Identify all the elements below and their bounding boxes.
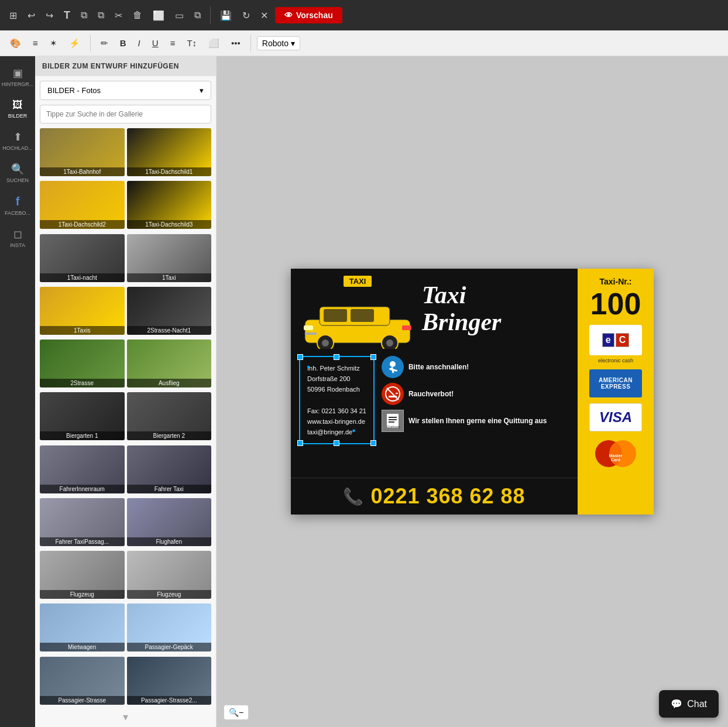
list-item[interactable]: FahrerInnenraum <box>40 445 125 493</box>
list-item[interactable]: 1Taxi-nacht <box>40 234 125 282</box>
list-item[interactable]: Ausflieg <box>127 340 212 387</box>
svg-rect-9 <box>402 325 411 330</box>
nosmoking-icon <box>382 383 404 405</box>
sidebar-item-hintergrund[interactable]: ▣ HINTERGR... <box>2 62 33 92</box>
chevron-down-icon: ▾ <box>291 39 295 48</box>
paste-button[interactable]: ⬜ <box>149 8 168 23</box>
list-item[interactable]: 1Taxi-Bahnhof <box>40 128 125 176</box>
qr-button[interactable]: ⊞ <box>6 8 20 23</box>
handle-br[interactable] <box>370 440 376 446</box>
crop-button[interactable]: ⧉ <box>77 8 91 23</box>
rules-column: Bitte anschnallen! <box>382 356 569 473</box>
list-item[interactable]: 2Strasse <box>40 340 125 387</box>
sidebar-item-suchen[interactable]: 🔍 SUCHEN <box>2 158 33 188</box>
flyer-right: Taxi-Nr.: 100 e C electronic cash AMERIC… <box>578 269 654 515</box>
handle-bl[interactable] <box>297 440 303 446</box>
list-item[interactable]: Biergarten 1 <box>40 392 125 440</box>
sidebar-item-bilder[interactable]: 🖼 BILDER <box>2 94 33 124</box>
more-btn[interactable]: ••• <box>227 36 245 50</box>
stroke-btn[interactable]: ✏ <box>97 36 112 51</box>
flyer: TAXI <box>291 269 654 515</box>
list-item[interactable]: Passagier-Strasse2... <box>127 657 212 705</box>
list-item[interactable]: Biergarten 2 <box>127 392 212 440</box>
company-name-line2: Bringer <box>422 308 501 335</box>
list-item[interactable]: Fahrer Taxi <box>127 445 212 493</box>
scroll-down-icon: ▾ <box>123 711 128 723</box>
list-item[interactable]: 1Taxi-Dachschild2 <box>40 181 125 229</box>
bold-btn[interactable]: B <box>116 36 131 50</box>
sidebar-label-facebook: FACEBO... <box>5 210 30 216</box>
sidebar-item-hochlad[interactable]: ⬆ HOCHLAD... <box>2 126 33 156</box>
list-item[interactable]: Mietwagen <box>40 603 125 651</box>
image-label: Passagier-Strasse <box>40 696 125 705</box>
transform-button[interactable]: ▭ <box>171 8 187 23</box>
handle-tl[interactable] <box>297 354 303 360</box>
font-selector[interactable]: Taxi Roboto ▾ <box>257 36 300 50</box>
list-item[interactable]: 2Strasse-Nacht1 <box>127 287 212 335</box>
italic-btn[interactable]: I <box>134 36 145 50</box>
align-btn[interactable]: ≡ <box>29 36 42 50</box>
panel-header: BILDER ZUM ENTWURF HINZUFÜGEN <box>35 56 216 76</box>
undo-button[interactable]: ↩ <box>24 8 39 23</box>
zoom-out-button[interactable]: 🔍− <box>224 705 249 720</box>
svg-rect-21 <box>389 421 394 423</box>
image-label: Flugzeug <box>127 590 212 599</box>
payment-ec: e C <box>589 325 642 355</box>
sidebar-item-facebook[interactable]: f FACEBO... <box>2 190 33 221</box>
textsize-btn[interactable]: T↕ <box>183 36 201 50</box>
color-btn[interactable]: 🎨 <box>6 36 25 51</box>
facebook-icon: f <box>16 195 20 208</box>
category-dropdown[interactable]: BILDER - Fotos ▾ <box>40 81 211 100</box>
contact-web: www.taxi-bringen.de <box>307 418 365 425</box>
preview-button[interactable]: 👁 Vorschau <box>275 7 342 23</box>
payment-amex: AMERICAN EXPRESS <box>589 369 642 397</box>
image-panel: BILDER ZUM ENTWURF HINZUFÜGEN BILDER - F… <box>35 56 217 727</box>
image-label: 1Taxi-nacht <box>40 273 125 282</box>
svg-point-11 <box>390 361 396 367</box>
text-button[interactable]: T <box>60 7 74 24</box>
list-item[interactable]: Passagier-Strasse <box>40 657 125 705</box>
close-button[interactable]: ✕ <box>257 8 272 23</box>
svg-rect-10 <box>305 332 317 335</box>
list-item[interactable]: Flugzeug <box>127 551 212 599</box>
list-item[interactable]: Passagier-Gepäck <box>127 603 212 651</box>
list-item[interactable]: 1Taxi-Dachschild3 <box>127 181 212 229</box>
svg-text:Quittung: Quittung <box>387 425 400 428</box>
textbox-btn[interactable]: ⬜ <box>204 36 224 51</box>
refresh-button[interactable]: ↻ <box>239 8 253 23</box>
sidebar-label-suchen: SUCHEN <box>6 177 29 183</box>
chat-icon: 💬 <box>671 698 682 709</box>
gallery-search[interactable] <box>40 105 211 124</box>
chat-label: Chat <box>687 699 707 709</box>
image-label: 1Taxi-Dachschild2 <box>40 220 125 229</box>
effects-btn[interactable]: ✶ <box>46 36 61 51</box>
list-item[interactable]: 1Taxi <box>127 234 212 282</box>
svg-rect-19 <box>389 417 397 418</box>
list-item[interactable]: Flugzeug <box>40 551 125 599</box>
flyer-info-section: Inh. Peter Schmitz Dorfstraße 200 50996 … <box>291 351 578 478</box>
underline-btn[interactable]: U <box>148 36 163 50</box>
image-label: Biergarten 1 <box>40 431 125 440</box>
copy-button[interactable]: ⧉ <box>94 8 108 23</box>
text-align-btn[interactable]: ≡ <box>166 36 180 50</box>
handle-tc[interactable] <box>334 354 339 360</box>
handle-tr[interactable] <box>370 354 376 360</box>
redo-button[interactable]: ↪ <box>42 8 57 23</box>
image-label: 1Taxi-Dachschild3 <box>127 220 212 229</box>
handle-bc[interactable] <box>334 440 339 446</box>
flash-btn[interactable]: ⚡ <box>65 36 84 51</box>
save-button[interactable]: 💾 <box>217 8 235 23</box>
delete-button[interactable]: 🗑 <box>129 8 146 23</box>
flyer-top-section: TAXI <box>291 269 578 351</box>
chat-button[interactable]: 💬 Chat <box>659 690 719 718</box>
list-item[interactable]: 1Taxi-Dachschild1 <box>127 128 212 176</box>
layers-button[interactable]: ⧉ <box>191 8 204 23</box>
cut-button[interactable]: ✂ <box>111 8 126 23</box>
scroll-indicator: ▾ <box>35 707 216 727</box>
list-item[interactable]: Fahrer TaxiPassag... <box>40 498 125 546</box>
list-item[interactable]: Flughafen <box>127 498 212 546</box>
contact-box[interactable]: Inh. Peter Schmitz Dorfstraße 200 50996 … <box>299 356 375 444</box>
image-label: 1Taxis <box>40 326 125 335</box>
sidebar-item-insta[interactable]: ◻ INSTA <box>2 223 33 253</box>
list-item[interactable]: 1Taxis <box>40 287 125 335</box>
